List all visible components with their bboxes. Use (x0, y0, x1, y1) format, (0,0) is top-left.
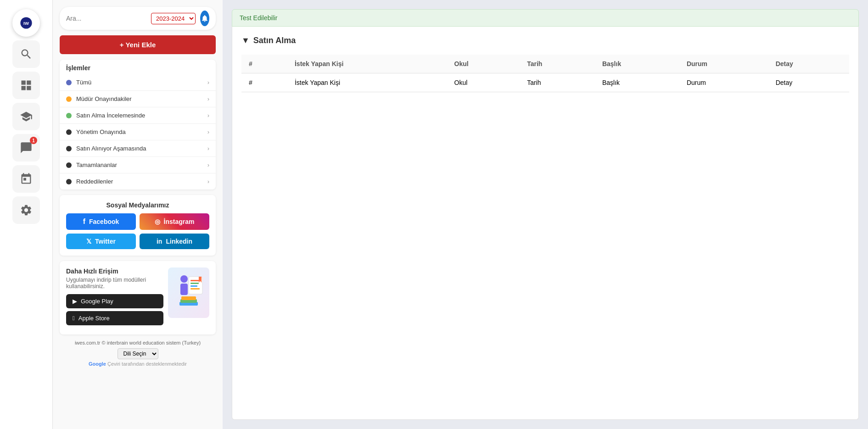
app-illustration (168, 267, 209, 318)
svg-rect-6 (190, 283, 199, 284)
col-school: Okul (447, 55, 520, 73)
instagram-button[interactable]: ◎ İnstagram (140, 213, 209, 230)
menu-item-tumu[interactable]: Tümü › (60, 74, 216, 91)
quick-access-card: Daha Hızlı Erişim Uygulamayı indirip tüm… (60, 261, 216, 334)
dot-satinaliniyor (66, 146, 72, 151)
dot-tumu (66, 80, 72, 85)
alert-text: Test Edilebilir (240, 14, 277, 22)
quick-access-desc: Uygulamayı indirip tüm modülleri kullana… (66, 277, 163, 290)
chat-badge: 1 (30, 137, 37, 144)
chat-icon-btn[interactable]: 1 (12, 134, 40, 162)
cell-status: Durum (679, 73, 768, 92)
purchases-table: # İstek Yapan Kişi Okul Tarih Başlık Dur… (241, 55, 849, 92)
quick-access-image (168, 267, 209, 318)
panel-title: ▼ Satın Alma (241, 36, 849, 45)
new-add-button[interactable]: + Yeni Ekle (60, 35, 216, 54)
twitter-button[interactable]: 𝕏 Twitter (66, 234, 136, 249)
menu-item-satin-alma[interactable]: Satın Alma İncelemesinde › (60, 107, 216, 124)
menu-card: İşlemler Tümü › Müdür Onayındakiler › Sa… (60, 60, 216, 189)
menu-label-yonetim: Yönetim Onayında (76, 128, 126, 135)
svg-rect-7 (190, 285, 197, 287)
menu-item-yonetim[interactable]: Yönetim Onayında › (60, 124, 216, 140)
dot-satin-alma (66, 113, 72, 118)
graduation-icon-btn[interactable] (12, 103, 40, 130)
col-date: Tarih (520, 55, 595, 73)
cell-detail: Detay (768, 73, 849, 92)
linkedin-label: Linkedin (166, 238, 192, 245)
table-body: # İstek Yapan Kişi Okul Tarih Başlık Dur… (241, 73, 849, 92)
linkedin-icon: in (157, 238, 162, 245)
svg-rect-3 (180, 284, 188, 295)
facebook-label: Facebook (89, 218, 119, 225)
svg-text:IW: IW (23, 21, 29, 26)
table-row: # İstek Yapan Kişi Okul Tarih Başlık Dur… (241, 73, 849, 92)
google-play-label: Google Play (81, 298, 113, 305)
table-header: # İstek Yapan Kişi Okul Tarih Başlık Dur… (241, 55, 849, 73)
calendar-icon-btn[interactable] (12, 165, 40, 193)
dot-yonetim (66, 129, 72, 135)
menu-label-tumu: Tümü (76, 79, 91, 86)
table-header-row: # İstek Yapan Kişi Okul Tarih Başlık Dur… (241, 55, 849, 73)
cell-requester: İstek Yapan Kişi (287, 73, 447, 92)
bell-button[interactable] (200, 11, 209, 26)
menu-item-reddedilenler[interactable]: Reddedilenler › (60, 173, 216, 189)
twitter-label: Twitter (95, 238, 116, 245)
chevron-satinaliniyor: › (207, 145, 209, 152)
svg-point-2 (180, 275, 188, 283)
search-input[interactable] (66, 15, 146, 22)
menu-label-satinaliniyor: Satın Alınıyor Aşamasında (76, 145, 146, 152)
facebook-icon: f (83, 217, 85, 226)
panel-icon: ▼ (241, 36, 250, 45)
panel-title-text: Satın Alma (253, 36, 296, 45)
svg-rect-12 (181, 296, 196, 300)
social-grid: f Facebook ◎ İnstagram 𝕏 Twitter in Link… (66, 213, 209, 249)
social-card: Sosyal Medyalarımız f Facebook ◎ İnstagr… (60, 195, 216, 256)
language-select[interactable]: Dili Seçin English Türkçe (118, 348, 158, 359)
svg-rect-8 (190, 288, 200, 290)
sidebar: 2023-2024 2022-2023 2024-2025 + Yeni Ekl… (53, 0, 223, 429)
col-detail: Detay (768, 55, 849, 73)
year-select[interactable]: 2023-2024 2022-2023 2024-2025 (151, 13, 196, 24)
apple-store-button[interactable]:  Apple Store (66, 311, 163, 325)
grid-icon-btn[interactable] (12, 72, 40, 99)
chevron-satin-alma: › (207, 112, 209, 119)
sidebar-header: 2023-2024 2022-2023 2024-2025 (60, 7, 216, 30)
menu-label-tamamlananlar: Tamamlananlar (76, 162, 117, 168)
instagram-icon: ◎ (155, 218, 160, 225)
sidebar-footer: iwes.com.tr © interbrain world education… (60, 340, 216, 367)
copyright-text: iwes.com.tr © interbrain world education… (60, 340, 216, 345)
cell-title: Başlık (595, 73, 679, 92)
google-play-button[interactable]: ▶ Google Play (66, 294, 163, 308)
menu-item-tamamlananlar[interactable]: Tamamlananlar › (60, 157, 216, 173)
col-hash: # (241, 55, 287, 73)
cell-date: Tarih (520, 73, 595, 92)
linkedin-button[interactable]: in Linkedin (140, 234, 209, 249)
facebook-button[interactable]: f Facebook (66, 213, 136, 230)
quick-access-title: Daha Hızlı Erişim (66, 267, 163, 275)
content-panel: ▼ Satın Alma # İstek Yapan Kişi Okul Tar… (232, 27, 859, 420)
menu-item-satinaliniyor[interactable]: Satın Alınıyor Aşamasında › (60, 140, 216, 157)
menu-item-mudur[interactable]: Müdür Onayındakiler › (60, 91, 216, 107)
main-content: Test Edilebilir ▼ Satın Alma # İstek Yap… (223, 0, 868, 429)
dot-tamamlananlar (66, 162, 72, 168)
apple-icon:  (73, 315, 75, 322)
menu-label-satin-alma: Satın Alma İncelemesinde (76, 112, 145, 119)
logo-icon[interactable]: IW (12, 9, 40, 37)
google-translate-text: Google Çeviri tarafından desteklenmekted… (60, 361, 216, 367)
cell-school: Okul (447, 73, 520, 92)
twitter-icon: 𝕏 (86, 238, 91, 245)
chevron-yonetim: › (207, 128, 209, 135)
search-icon-btn[interactable] (12, 40, 40, 68)
play-icon: ▶ (73, 298, 77, 305)
translate-suffix: Çeviri tarafından desteklenmektedir (107, 361, 187, 367)
cell-hash: # (241, 73, 287, 92)
menu-label-mudur: Müdür Onayındakiler (76, 95, 132, 102)
col-requester: İstek Yapan Kişi (287, 55, 447, 73)
menu-label-reddedilenler: Reddedilenler (76, 178, 113, 185)
col-title: Başlık (595, 55, 679, 73)
quick-access-left: Daha Hızlı Erişim Uygulamayı indirip tüm… (66, 267, 163, 328)
settings-icon-btn[interactable] (12, 196, 40, 224)
dot-mudur (66, 96, 72, 102)
google-text: Google (89, 361, 106, 367)
icon-bar: IW 1 (0, 0, 53, 429)
